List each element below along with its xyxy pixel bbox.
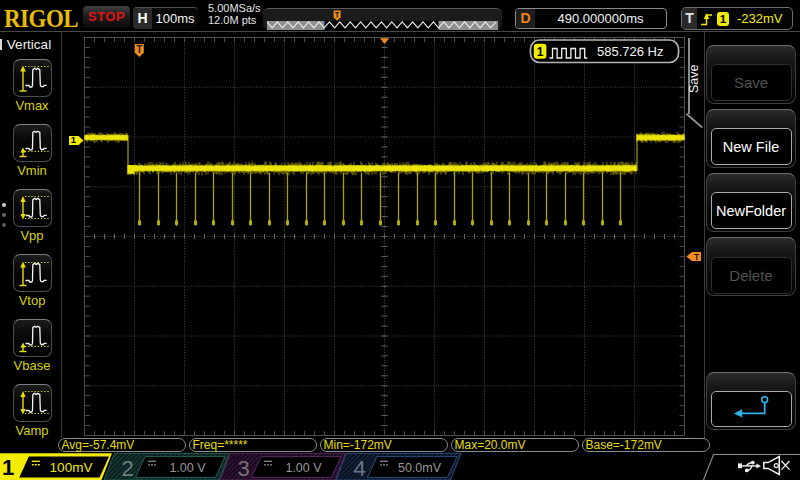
svg-text:1: 1	[537, 45, 544, 59]
svg-text:3: 3	[237, 456, 249, 480]
svg-text:T: T	[136, 44, 142, 55]
svg-text:585.726 Hz: 585.726 Hz	[597, 44, 664, 59]
svg-text:4: 4	[353, 456, 365, 480]
svg-text:100mV: 100mV	[50, 460, 93, 475]
svg-text:2: 2	[121, 456, 133, 480]
svg-text:1.00 V: 1.00 V	[285, 461, 322, 475]
svg-text:1.00 V: 1.00 V	[169, 461, 206, 475]
svg-text:50.0mV: 50.0mV	[398, 461, 442, 475]
svg-text:1: 1	[2, 455, 14, 480]
svg-text:1: 1	[71, 134, 77, 145]
svg-text:T: T	[694, 252, 700, 262]
